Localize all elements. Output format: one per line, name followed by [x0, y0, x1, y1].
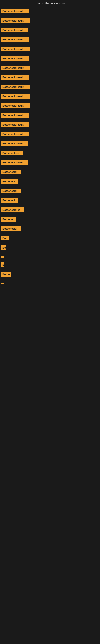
- bottleneck-result-bar[interactable]: Bottleneck: [1, 198, 18, 203]
- bottleneck-result-bar[interactable]: Bottleneck result: [1, 122, 29, 127]
- bar-row: Bottlene: [0, 215, 100, 224]
- bar-row: Bottleneck result: [0, 35, 100, 45]
- bar-row: Bottleneck result: [0, 73, 100, 82]
- bar-row: Bottleneck: [0, 196, 100, 206]
- bottleneck-result-bar[interactable]: B: [1, 262, 4, 267]
- bar-row: Bott: [0, 234, 100, 243]
- bottleneck-result-bar[interactable]: Bottleneck result: [1, 37, 29, 42]
- bottleneck-result-bar[interactable]: Bo: [1, 245, 6, 250]
- bar-row: Bottleneck result: [0, 82, 100, 92]
- bottleneck-result-bar[interactable]: Bottle: [1, 272, 11, 276]
- bottleneck-result-bar[interactable]: Bottleneck result: [1, 66, 30, 70]
- bar-row: [0, 253, 100, 260]
- bottleneck-result-bar[interactable]: Bottleneck result: [1, 113, 29, 118]
- bar-row: Bottleneck result: [0, 120, 100, 130]
- bar-row: Bottleneck result: [0, 16, 100, 26]
- bar-row: Bo: [0, 243, 100, 253]
- bar-row: Bottleneck res: [0, 206, 100, 215]
- bar-row: Bottle: [0, 270, 100, 279]
- bottleneck-result-bar[interactable]: Bottleneck result: [1, 56, 29, 61]
- bottleneck-result-bar[interactable]: Bottleneck result: [1, 84, 30, 89]
- bar-row: Bottleneck result: [0, 92, 100, 102]
- bottleneck-result-bar[interactable]: Bottleneck: [1, 179, 18, 184]
- bottleneck-result-bar[interactable]: Bottleneck result: [1, 9, 29, 14]
- bottleneck-result-bar[interactable]: Bottleneck result: [1, 75, 29, 80]
- bottleneck-result-bar[interactable]: Bottleneck res: [1, 208, 24, 212]
- bar-row: Bottleneck r: [0, 186, 100, 196]
- bottleneck-result-bar[interactable]: Bott: [1, 236, 9, 240]
- bar-row: Bottleneck result: [0, 130, 100, 139]
- bar-row: Bottleneck result: [0, 7, 100, 16]
- bottleneck-result-bar[interactable]: Bottleneck result: [1, 160, 28, 165]
- bottleneck-result-bar[interactable]: Bottleneck result: [1, 141, 28, 146]
- bar-row: Bottleneck result: [0, 64, 100, 73]
- bar-row: Bottleneck result: [0, 45, 100, 54]
- bar-row: [0, 279, 100, 287]
- bottleneck-result-bar[interactable]: [1, 282, 4, 284]
- bar-row: Bottleneck result: [0, 111, 100, 120]
- bottleneck-result-bar[interactable]: [1, 256, 4, 258]
- bottleneck-result-bar[interactable]: Bottleneck re: [1, 151, 23, 155]
- bar-row: B: [0, 260, 100, 270]
- bar-row: Bottleneck result: [0, 139, 100, 149]
- bottleneck-result-bar[interactable]: Bottleneck result: [1, 28, 28, 32]
- bottleneck-result-bar[interactable]: Bottleneck r: [1, 188, 21, 193]
- bottleneck-result-bar[interactable]: Bottleneck result: [1, 104, 30, 108]
- bar-row: Bottleneck result: [0, 158, 100, 168]
- bottleneck-result-bar[interactable]: Bottleneck result: [1, 18, 30, 23]
- bar-row: Bottleneck result: [0, 54, 100, 64]
- bottleneck-result-bar[interactable]: Bottleneck r: [1, 226, 21, 231]
- bottleneck-result-bar[interactable]: Bottleneck result: [1, 132, 29, 136]
- bars-container: Bottleneck resultBottleneck resultBottle…: [0, 7, 100, 287]
- bar-row: Bottleneck r: [0, 168, 100, 177]
- bottleneck-result-bar[interactable]: Bottleneck result: [1, 47, 30, 51]
- bottleneck-result-bar[interactable]: Bottleneck result: [1, 94, 30, 98]
- bottleneck-result-bar[interactable]: Bottlene: [1, 217, 16, 222]
- bar-row: Bottleneck result: [0, 26, 100, 35]
- bar-row: Bottleneck result: [0, 102, 100, 111]
- site-title-text: TheBottlenecker.com: [35, 2, 65, 5]
- bar-row: Bottleneck re: [0, 149, 100, 158]
- bar-row: Bottleneck: [0, 177, 100, 186]
- site-title: TheBottlenecker.com: [0, 0, 100, 7]
- bottleneck-result-bar[interactable]: Bottleneck r: [1, 170, 21, 174]
- bar-row: Bottleneck r: [0, 224, 100, 234]
